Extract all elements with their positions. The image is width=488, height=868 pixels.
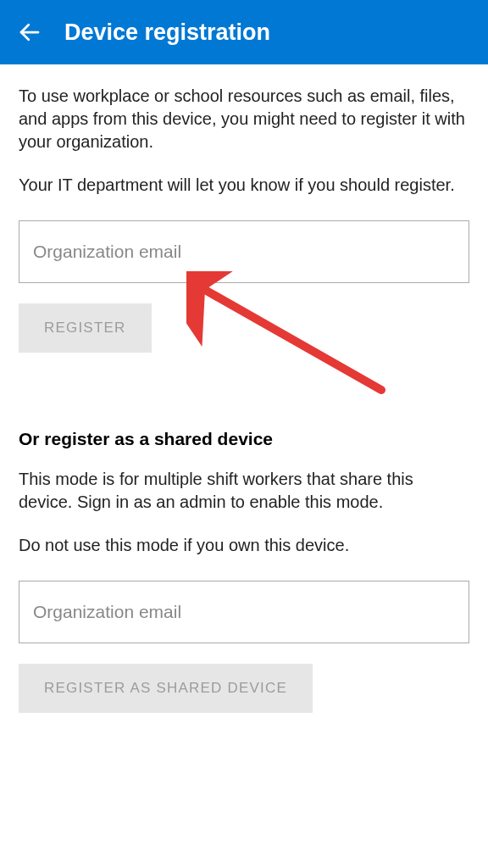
intro-text-1: To use workplace or school resources suc…: [19, 85, 469, 153]
shared-description-2: Do not use this mode if you own this dev…: [19, 534, 469, 557]
back-arrow-icon[interactable]: [17, 19, 42, 45]
shared-organization-email-input[interactable]: [19, 581, 469, 643]
organization-email-input[interactable]: [19, 220, 469, 283]
intro-text-2: Your IT department will let you know if …: [19, 174, 469, 197]
register-button[interactable]: REGISTER: [19, 303, 152, 353]
register-shared-device-button[interactable]: REGISTER AS SHARED DEVICE: [19, 664, 313, 713]
page-title: Device registration: [64, 19, 270, 46]
app-header: Device registration: [0, 0, 488, 64]
intro-description: To use workplace or school resources suc…: [19, 85, 469, 197]
shared-description-1: This mode is for multiple shift workers …: [19, 468, 469, 514]
main-content: To use workplace or school resources suc…: [0, 64, 488, 733]
shared-device-heading: Or register as a shared device: [19, 429, 469, 449]
